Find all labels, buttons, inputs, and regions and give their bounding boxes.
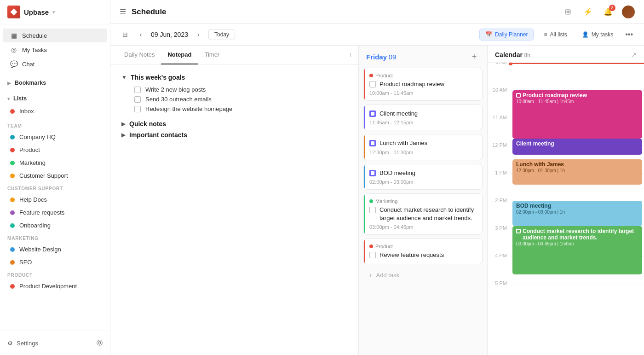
notification-bell[interactable]: 🔔 2 <box>602 6 615 18</box>
grid-icon[interactable]: ⊞ <box>561 6 574 18</box>
cal-event-time-market-research: 03:00pm - 04:45pm | 1h45m <box>516 241 638 246</box>
product-items: Product Development <box>0 279 110 293</box>
sidebar-item-feature-requests[interactable]: Feature requests <box>3 206 107 219</box>
my-tasks-button[interactable]: 👤 My tasks <box>577 29 618 40</box>
cal-event-title-product-roadmap: Product roadmap review <box>523 92 587 99</box>
checkbox-outreach-emails[interactable] <box>134 96 141 103</box>
checkbox-website-homepage[interactable] <box>134 106 141 112</box>
today-button[interactable]: Today <box>208 29 235 40</box>
product-development-label: Product Development <box>19 283 77 290</box>
sidebar-item-inbox[interactable]: Inbox <box>3 105 107 117</box>
lists-section: ▾ Lists Inbox <box>0 91 110 120</box>
task-check-row-client-meeting: Client meeting <box>369 110 477 118</box>
cal-event-bod-meeting[interactable]: BOD meeting 02:00pm - 03:00pm | 1h <box>512 201 642 226</box>
sidebar-item-my-tasks-label: My Tasks <box>22 47 47 53</box>
cal-event-time-product-roadmap: 10:00am - 11:45am | 1h45m <box>516 99 638 104</box>
topbar-right: ⊞ ⚡ 🔔 2 <box>561 6 635 18</box>
check-item-2: Redesign the website homepage <box>134 104 347 114</box>
friday-day-label: Friday <box>366 53 387 61</box>
task-time-client-meeting: 11:45am - 12:15pm <box>369 120 477 125</box>
task-accent-bod-meeting <box>364 164 365 189</box>
calendar-panel: Calendar 8h ↗ 9 AM <box>488 46 644 355</box>
check-label-outreach-emails: Send 30 outreach emails <box>145 96 212 103</box>
time-row-9am: 9 AM <box>488 63 644 90</box>
task-name-lunch-james: Lunch with James <box>380 139 427 147</box>
sidebar-item-customer-support[interactable]: Customer Support <box>3 169 107 182</box>
task-card-lunch-james[interactable]: Lunch with James 12:30pm - 01:30pm <box>363 134 483 160</box>
cal-event-client-meeting[interactable]: Client meeting <box>512 139 642 155</box>
task-card-bod-meeting[interactable]: BOD meeting 02:00pm - 03:00pm <box>363 164 483 190</box>
time-label-3pm: 3 PM <box>488 225 511 231</box>
important-contacts-title: Important contacts <box>129 131 187 139</box>
lists-header[interactable]: ▾ Lists <box>0 93 110 105</box>
add-task-header-button[interactable]: + <box>469 51 480 62</box>
task-time-bod-meeting: 02:00pm - 03:00pm <box>369 179 477 185</box>
bookmarks-label: Bookmarks <box>15 80 46 86</box>
chat-icon: 💬 <box>10 60 17 68</box>
lists-label: Lists <box>13 95 27 102</box>
sidebar-item-schedule[interactable]: ▦ Schedule <box>3 29 107 42</box>
sidebar-item-chat[interactable]: 💬 Chat <box>3 57 107 71</box>
checkbox-blog-posts[interactable] <box>134 87 141 93</box>
settings-button[interactable]: ⚙ Settings <box>3 337 92 350</box>
task-card-client-meeting[interactable]: Client meeting 11:45am - 12:15pm <box>363 105 483 130</box>
marketing-list-dot <box>369 199 373 203</box>
outline-weeks-goals-header[interactable]: ▼ This week's goals <box>121 74 347 81</box>
sidebar-item-help-docs[interactable]: Help Docs <box>3 193 107 206</box>
sidebar-item-my-tasks[interactable]: ◎ My Tasks <box>3 43 107 57</box>
inbox-dot <box>10 109 15 114</box>
task-checkbox-market-research[interactable] <box>369 207 376 213</box>
tab-timer[interactable]: Timer <box>198 46 226 64</box>
sidebar-item-seo[interactable]: SEO <box>3 256 107 268</box>
calendar-header: Calendar 8h ↗ <box>488 46 644 63</box>
add-task-button[interactable]: + Add task <box>363 268 483 282</box>
tab-notepad[interactable]: Notepad <box>161 46 198 64</box>
company-hq-dot <box>10 135 15 140</box>
bookmarks-header[interactable]: ▶ Bookmarks <box>0 77 110 89</box>
user-avatar[interactable] <box>622 6 635 18</box>
sidebar-item-marketing[interactable]: Marketing <box>3 157 107 169</box>
next-date-button[interactable]: › <box>193 29 204 40</box>
app-name: Upbase <box>24 8 49 16</box>
now-line <box>511 63 644 64</box>
cal-event-lunch-james[interactable]: Lunch with James 12:30pm - 01:30pm | 1h <box>512 159 642 185</box>
sidebar: Upbase ▾ ▦ Schedule ◎ My Tasks 💬 Chat ▶ … <box>0 0 110 355</box>
add-icon: + <box>369 272 373 279</box>
all-lists-button[interactable]: ≡ All lists <box>539 29 571 40</box>
task-time-lunch-james: 12:30pm - 01:30pm <box>369 150 477 155</box>
daily-planner-button[interactable]: 📅 Daily Planner <box>479 29 534 41</box>
task-checkbox-review-feature[interactable] <box>369 252 376 258</box>
tab-daily-notes[interactable]: Daily Notes <box>118 46 161 64</box>
task-card-market-research[interactable]: Marketing Conduct market research to ide… <box>363 193 483 235</box>
customer-support-label: Customer Support <box>19 172 68 179</box>
sidebar-item-onboarding[interactable]: Onboarding <box>3 219 107 232</box>
sidebar-item-website-design[interactable]: Website Design <box>3 243 107 256</box>
logo-area[interactable]: Upbase ▾ <box>7 6 55 18</box>
help-docs-dot <box>10 198 15 202</box>
help-button[interactable]: ⓪ <box>92 336 107 350</box>
prev-date-button[interactable]: ‹ <box>135 29 146 40</box>
hamburger-icon[interactable]: ☰ <box>120 7 126 16</box>
sidebar-item-company-hq[interactable]: Company HQ <box>3 131 107 143</box>
task-card-product-roadmap[interactable]: Product Product roadmap review 10:00am -… <box>363 68 483 101</box>
sidebar-item-product[interactable]: Product <box>3 144 107 156</box>
task-checkbox-product-roadmap[interactable] <box>369 81 376 87</box>
cal-event-product-roadmap[interactable]: Product roadmap review 10:00am - 11:45am… <box>512 90 642 139</box>
task-list-label-review-feature: Product <box>369 244 477 249</box>
sidebar-item-product-development[interactable]: Product Development <box>3 280 107 292</box>
sidebar-toggle-icon[interactable]: ⊟ <box>120 29 131 40</box>
time-label-2pm: 2 PM <box>488 198 511 203</box>
logo-icon <box>7 6 20 18</box>
task-card-review-feature[interactable]: Product Review feature requests <box>363 239 483 264</box>
outline-quick-notes-header[interactable]: ▶ Quick notes <box>121 120 347 128</box>
cal-event-market-research[interactable]: Conduct market research to identify targ… <box>512 226 642 274</box>
more-options-button[interactable]: ••• <box>623 29 635 41</box>
outline-important-contacts-header[interactable]: ▶ Important contacts <box>121 131 347 139</box>
lightning-icon[interactable]: ⚡ <box>581 6 594 18</box>
expand-calendar-icon[interactable]: ↗ <box>631 51 637 58</box>
quick-notes-title: Quick notes <box>129 120 166 128</box>
time-label-4pm: 4 PM <box>488 253 511 258</box>
collapse-panel-icon[interactable]: ⊣ <box>346 52 351 58</box>
sidebar-chevron-icon: ▾ <box>52 9 55 15</box>
product-dot <box>10 148 15 152</box>
